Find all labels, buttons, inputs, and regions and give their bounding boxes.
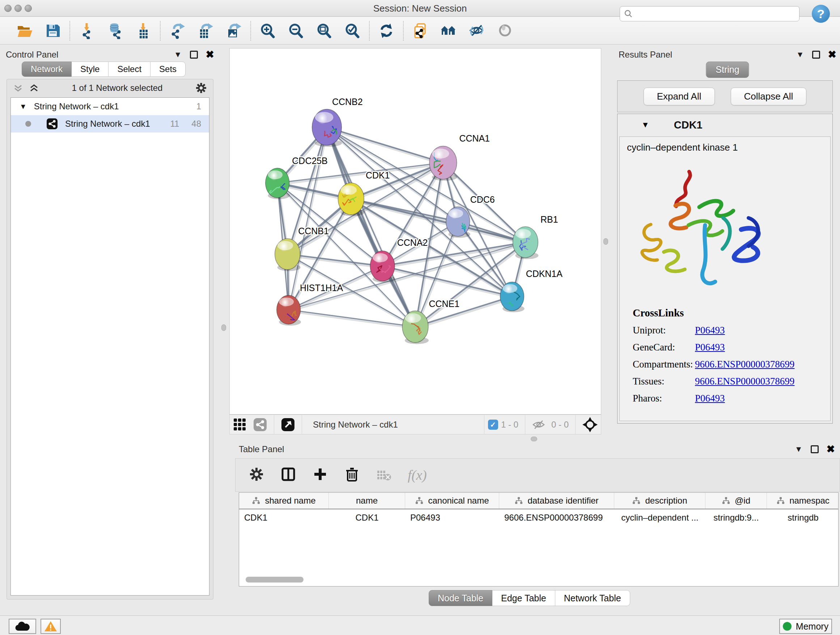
float-panel-icon[interactable]: ▼	[795, 445, 803, 453]
import-table-button[interactable]	[134, 22, 152, 40]
import-network-icon	[79, 22, 95, 39]
tab-node-table[interactable]: Node Table	[429, 590, 493, 606]
column-header-name[interactable]: name	[329, 493, 405, 509]
gene-section-body: cyclin–dependent kinase 1	[619, 136, 831, 421]
node-CCNB2[interactable]: CCNB2	[312, 97, 363, 147]
maximize-panel-icon[interactable]	[812, 51, 820, 59]
formula-builder-icon[interactable]: f(x)	[408, 467, 427, 483]
birds-eye-view-icon[interactable]	[281, 417, 295, 432]
export-image-button[interactable]	[225, 22, 242, 40]
save-session-button[interactable]	[44, 22, 62, 40]
expand-all-button[interactable]: Expand All	[644, 88, 715, 105]
close-panel-icon[interactable]: ✖	[206, 49, 214, 60]
column-header--id[interactable]: @id	[706, 493, 767, 509]
string-view-badge-icon[interactable]	[253, 417, 267, 432]
import-database-button[interactable]	[106, 22, 124, 40]
tab-network[interactable]: Network	[22, 62, 72, 77]
delete-table-button[interactable]	[376, 466, 392, 484]
tab-string[interactable]: String	[706, 62, 749, 78]
column-header-database-identifier[interactable]: database identifier	[499, 493, 614, 509]
crosslinks-block: CrossLinks Uniprot: P06493GeneCard: P064…	[633, 307, 794, 404]
warning-button[interactable]	[41, 619, 61, 634]
open-file-button[interactable]	[16, 22, 33, 40]
search-input[interactable]	[633, 7, 799, 20]
duplicate-network-button[interactable]	[412, 22, 429, 40]
crosshair-icon[interactable]	[582, 417, 598, 432]
network-collection-row[interactable]: ▼ String Network – cdk1 1	[11, 98, 209, 115]
network-canvas[interactable]: CCNB2CCNA1CDC25BCDK1CDC6RB1CCNB1CCNA2CDK…	[229, 48, 601, 415]
expand-triangle-icon[interactable]: ▼	[19, 103, 27, 111]
status-bar: Memory	[0, 616, 840, 635]
column-header-canonical-name[interactable]: canonical name	[405, 493, 499, 509]
graphics-details-icon[interactable]	[233, 417, 247, 432]
network-tab-body: 1 of 1 Network selected ▼ String Network…	[6, 79, 213, 600]
show-columns-button[interactable]	[280, 466, 296, 484]
toolbar-separator	[250, 21, 251, 41]
network-options-gear-icon[interactable]	[195, 82, 207, 94]
help-button[interactable]: ?	[812, 5, 830, 23]
control-panel-title: Control Panel	[6, 50, 58, 60]
column-header-description[interactable]: description	[614, 493, 706, 509]
show-all-button[interactable]	[496, 22, 514, 40]
maximize-panel-icon[interactable]	[190, 51, 198, 59]
zoom-in-button[interactable]	[259, 22, 276, 40]
search-box[interactable]	[620, 6, 799, 21]
refresh-button[interactable]	[378, 22, 395, 40]
network-status-dot	[25, 121, 31, 127]
zoom-fit-button[interactable]	[316, 22, 333, 40]
float-panel-icon[interactable]: ▼	[174, 51, 182, 59]
export-image-icon	[225, 22, 242, 39]
crosslink-link[interactable]: 9606.ENSP00000378699	[695, 359, 794, 370]
node-CDKN1A[interactable]: CDKN1A	[500, 269, 563, 312]
crosslink-link[interactable]: P06493	[695, 325, 725, 336]
node-CCNA1[interactable]: CCNA1	[429, 133, 490, 181]
zoom-out-button[interactable]	[287, 22, 305, 40]
table-mode-button[interactable]	[248, 466, 264, 484]
hide-selected-button[interactable]	[468, 22, 485, 40]
import-network-button[interactable]	[78, 22, 95, 40]
selected-count: 1 - 0	[501, 420, 518, 430]
column-header-shared-name[interactable]: shared name	[239, 493, 329, 509]
float-panel-icon[interactable]: ▼	[796, 51, 804, 59]
edge-HIST1H1A-CCNE1[interactable]	[289, 310, 415, 327]
tab-select[interactable]: Select	[109, 62, 150, 77]
memory-status-dot	[783, 622, 791, 631]
selected-count-checkbox[interactable]: ✓	[488, 420, 498, 430]
export-table-button[interactable]	[197, 22, 214, 40]
close-panel-icon[interactable]: ✖	[827, 443, 835, 455]
right-splitter-handle[interactable]	[603, 238, 608, 245]
collapse-all-networks-icon[interactable]	[13, 82, 24, 93]
crosslink-link[interactable]: P06493	[695, 393, 725, 404]
expand-all-networks-icon[interactable]	[28, 82, 39, 93]
close-panel-icon[interactable]: ✖	[828, 49, 836, 60]
column-header-namespac[interactable]: namespac	[767, 493, 838, 509]
import-table-icon	[135, 22, 152, 39]
collapse-triangle-icon[interactable]: ▼	[641, 120, 649, 130]
shared-column-icon	[776, 496, 785, 505]
horizontal-scrollbar[interactable]	[246, 577, 303, 583]
crosslink-label: Pharos:	[633, 393, 695, 404]
left-splitter-handle[interactable]	[221, 325, 226, 331]
collapse-all-button[interactable]: Collapse All	[731, 88, 807, 105]
zoom-selected-button[interactable]	[344, 22, 361, 40]
collection-count: 1	[196, 101, 201, 111]
crosslink-link[interactable]: P06493	[695, 342, 725, 353]
first-neighbors-button[interactable]	[440, 22, 457, 40]
table-row[interactable]: CDK1CDK1P064939606.ENSP00000378699cyclin…	[239, 509, 838, 526]
delete-columns-button[interactable]	[344, 466, 360, 484]
tab-style[interactable]: Style	[72, 62, 109, 77]
tab-sets[interactable]: Sets	[150, 62, 186, 77]
table-tabs: Node TableEdge TableNetwork Table	[429, 590, 630, 606]
tab-edge-table[interactable]: Edge Table	[493, 590, 555, 606]
tab-network-table[interactable]: Network Table	[555, 590, 630, 606]
export-network-button[interactable]	[169, 22, 186, 40]
cloud-button[interactable]	[9, 619, 36, 634]
create-column-button[interactable]	[312, 466, 328, 484]
gene-section-header[interactable]: ▼ CDK1	[617, 114, 832, 136]
node-RB1[interactable]: RB1	[513, 214, 558, 259]
network-row-selected[interactable]: String Network – cdk1 11 48	[11, 115, 209, 133]
zoom-fit-icon	[316, 22, 332, 39]
maximize-panel-icon[interactable]	[811, 445, 819, 453]
memory-button[interactable]: Memory	[779, 619, 832, 634]
crosslink-link[interactable]: 9606.ENSP00000378699	[695, 376, 794, 386]
